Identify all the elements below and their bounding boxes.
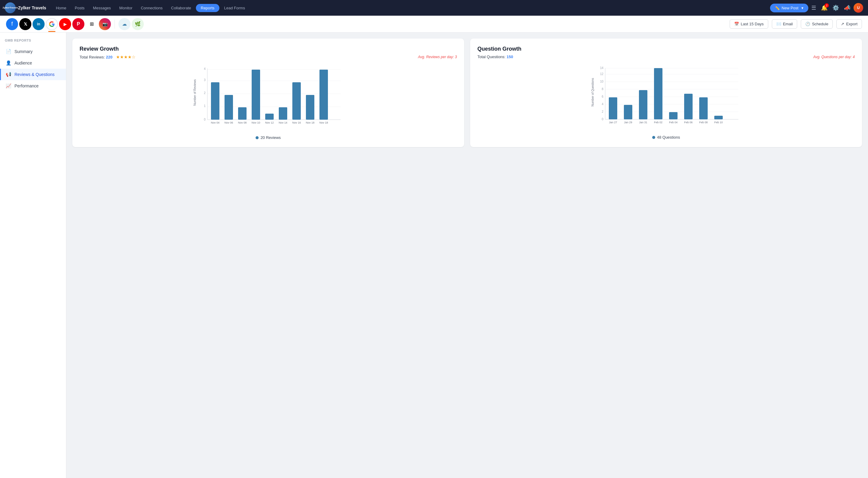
sidebar-item-summary[interactable]: 📄 Summary [0,46,66,57]
microsoft-icon[interactable]: ⊞ [86,18,98,30]
nav-reports[interactable]: Reports [196,4,219,12]
review-chart-legend: 20 Reviews [80,135,457,140]
nav-monitor[interactable]: Monitor [116,4,136,12]
twitter-icon[interactable]: 𝕏 [19,18,31,30]
email-icon: ✉️ [776,22,781,26]
question-chart-svg: 0 2 4 6 8 10 12 14 [477,65,855,131]
notifications-button[interactable]: 🔔 2 [819,3,830,13]
social-divider [115,20,115,29]
svg-rect-29 [319,70,328,120]
review-legend-dot [255,136,258,139]
svg-text:Feb 04: Feb 04 [669,121,678,124]
question-chart-legend: 48 Questions [477,135,855,139]
sidebar-item-performance[interactable]: 📈 Performance [0,80,66,92]
svg-text:4: 4 [204,67,206,70]
leaf-icon[interactable]: 🌿 [132,18,144,30]
nav-lead-forms[interactable]: Lead Forms [221,4,249,12]
menu-button[interactable]: ☰ [809,3,818,13]
linkedin-icon[interactable]: in [33,18,44,30]
question-total-label: Total Questions: 150 [477,55,513,59]
svg-rect-25 [292,82,301,120]
date-range-button[interactable]: 📅 Last 15 Days [730,19,768,29]
svg-text:Number of Reviews: Number of Reviews [193,79,196,105]
new-post-button[interactable]: ✏️ New Post ▾ [770,4,808,12]
svg-rect-64 [714,116,723,119]
export-button[interactable]: ↗ Export [836,19,862,29]
review-chart-svg: 0 1 2 3 4 Number of Reviews [80,65,457,132]
svg-text:Feb 10: Feb 10 [714,121,723,124]
nav-collaborate[interactable]: Collaborate [167,4,195,12]
facebook-icon[interactable]: f [6,18,18,30]
audience-icon: 👤 [6,60,11,66]
export-icon: ↗ [841,22,844,26]
svg-text:1: 1 [204,104,206,107]
svg-text:10: 10 [600,80,604,83]
svg-text:2: 2 [601,110,603,113]
nav-connections[interactable]: Connections [137,4,166,12]
social-bar: f 𝕏 in ▶ P ⊞ 📷 ☁ 🌿 📅 Last 15 Days ✉️ Ema… [0,16,868,33]
question-growth-meta: Total Questions: 150 Avg. Questions per … [477,55,855,59]
broadcast-button[interactable]: 📣 [842,3,852,13]
question-growth-title: Question Growth [477,46,855,52]
svg-rect-58 [669,112,678,119]
svg-text:Feb 06: Feb 06 [684,121,692,124]
svg-text:Number of Questions: Number of Questions [591,78,594,107]
dropdown-arrow-icon: ▾ [801,6,804,10]
svg-text:Feb 08: Feb 08 [699,121,708,124]
svg-text:Jan 31: Jan 31 [639,121,647,124]
performance-icon: 📈 [6,83,11,89]
review-meta-left: Total Reviews: 220 ★★★★☆ [80,55,135,59]
review-total-label: Total Reviews: 220 [80,55,113,59]
svg-text:4: 4 [601,102,603,106]
svg-text:12: 12 [600,72,604,76]
svg-rect-50 [609,97,617,119]
svg-text:Feb 02: Feb 02 [654,121,662,124]
svg-rect-19 [252,70,260,120]
sidebar-item-reviews-questions[interactable]: 📢 Reviews & Questions [0,69,66,80]
svg-text:3: 3 [204,78,206,82]
instagram-icon[interactable]: 📷 [99,18,111,30]
pinterest-icon[interactable]: P [72,18,84,30]
svg-text:0: 0 [601,118,603,121]
google-icon[interactable] [46,18,58,30]
sidebar-section-label: GMB REPORTS [0,39,66,46]
question-avg-label: Avg. Questions per day: 4 [813,55,855,59]
notification-badge: 2 [825,3,829,7]
question-chart-wrapper: 0 2 4 6 8 10 12 14 [477,65,855,131]
avatar[interactable]: U [854,3,863,13]
summary-icon: 📄 [6,49,11,54]
main-layout: GMB REPORTS 📄 Summary 👤 Audience 📢 Revie… [0,33,868,478]
svg-text:Jan 29: Jan 29 [624,121,632,124]
svg-rect-23 [279,107,287,120]
svg-text:Nov 14: Nov 14 [279,121,287,124]
svg-text:Nov 16: Nov 16 [292,121,301,124]
question-legend-dot [652,136,655,139]
edit-icon: ✏️ [775,6,780,10]
review-avg-label: Avg. Reviews per day: 3 [418,55,457,59]
review-growth-title: Review Growth [80,46,457,52]
settings-button[interactable]: ⚙️ [831,3,841,13]
svg-rect-15 [224,95,233,120]
schedule-button[interactable]: 🕐 Schedule [801,19,833,29]
top-navigation: ZylkerTravels Zylker Travels Home Posts … [0,0,868,16]
nav-home[interactable]: Home [52,4,70,12]
svg-rect-17 [238,107,247,120]
svg-text:Nov 04: Nov 04 [211,121,220,124]
svg-text:Nov 18: Nov 18 [319,121,328,124]
sidebar-item-audience[interactable]: 👤 Audience [0,57,66,69]
content-area: Review Growth Total Reviews: 220 ★★★★☆ A… [66,33,868,478]
review-growth-card: Review Growth Total Reviews: 220 ★★★★☆ A… [72,39,464,147]
logo-area[interactable]: ZylkerTravels Zylker Travels [5,2,46,13]
nav-posts[interactable]: Posts [71,4,88,12]
svg-text:Nov 08: Nov 08 [238,121,247,124]
youtube-icon[interactable]: ▶ [59,18,71,30]
question-legend-text: 48 Questions [657,135,680,139]
svg-rect-21 [265,114,274,120]
svg-rect-56 [654,68,662,119]
review-stars: ★★★★☆ [116,55,135,59]
reviews-icon: 📢 [6,72,11,77]
svg-rect-54 [639,90,647,119]
email-button[interactable]: ✉️ Email [772,19,798,29]
nav-messages[interactable]: Messages [90,4,115,12]
cloud-icon[interactable]: ☁ [119,18,130,30]
